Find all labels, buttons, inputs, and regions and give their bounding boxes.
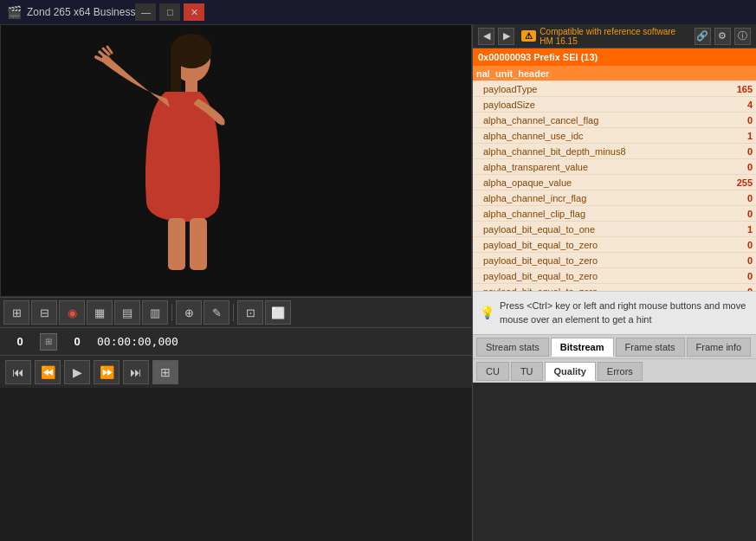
tab-frame-stats[interactable]: Frame stats (616, 338, 685, 357)
svg-rect-3 (185, 80, 197, 93)
tree-row[interactable]: alpha_channel_incr_flag 0 (473, 190, 756, 206)
tree-row[interactable]: payload_bit_equal_to_one 1 (473, 222, 756, 237)
tree-key: nal_unit_header (476, 68, 701, 79)
video-frame (1, 25, 471, 296)
tree-key: payload_bit_equal_to_zero (476, 240, 701, 250)
tree-val: 0 (701, 209, 753, 219)
toolbar-separator-2 (233, 304, 234, 321)
tree-val: 0 (701, 146, 753, 157)
tree-val: 0 (701, 193, 753, 203)
toolbar-btn-4[interactable]: ▦ (87, 300, 113, 325)
tree-row[interactable]: payloadType 165 (473, 81, 756, 97)
counter-bar: 0 ⊞ 0 00:00:00,000 (0, 327, 472, 355)
back-button[interactable]: ◀ (478, 28, 494, 45)
toolbar-btn-8[interactable]: ✎ (204, 300, 229, 325)
info-icon[interactable]: ⓘ (734, 28, 751, 45)
tree-key: alpha_opaque_value (476, 177, 701, 188)
playback-controls: ⏮ ⏪ ▶ ⏩ ⏭ ⊞ (0, 355, 472, 388)
tree-row[interactable]: payload_bit_equal_to_zero 0 (473, 268, 756, 284)
toolbar-btn-5[interactable]: ▤ (114, 300, 140, 325)
tree-key: alpha_channel_use_idc (476, 131, 701, 141)
timecode-display: 00:00:00,000 (97, 335, 178, 348)
tab-frame-info[interactable]: Frame info (687, 338, 752, 357)
tab-quality-label: Quality (554, 366, 586, 377)
tab-frame-stats-label: Frame stats (625, 342, 675, 352)
tree-key: alpha_channel_incr_flag (476, 193, 701, 203)
toolbar-btn-9[interactable]: ⊡ (237, 300, 263, 325)
tab-stream-stats[interactable]: Stream stats (476, 338, 549, 357)
tab-bitstream[interactable]: Bitstream (551, 338, 614, 357)
tree-row[interactable]: alpha_channel_bit_depth_minus8 0 (473, 144, 756, 159)
settings-icon[interactable]: ⚙ (714, 28, 731, 45)
app-title: Zond 265 x64 Business (27, 6, 135, 18)
minimize-button[interactable]: — (135, 3, 156, 21)
tree-row[interactable]: alpha_transparent_value 0 (473, 159, 756, 175)
tree-val: 255 (701, 177, 753, 188)
tree-row[interactable]: alpha_opaque_value 255 (473, 175, 756, 190)
svg-rect-9 (190, 218, 207, 270)
titlebar: 🎬 Zond 265 x64 Business — □ ✕ (0, 0, 756, 24)
tree-row[interactable]: payload_bit_equal_to_zero 0 (473, 253, 756, 268)
tree-row[interactable]: payload_bit_equal_to_zero 0 (473, 284, 756, 291)
tab-quality[interactable]: Quality (545, 362, 596, 381)
tree-key: payloadType (476, 84, 701, 94)
svg-rect-8 (168, 218, 185, 270)
maximize-button[interactable]: □ (159, 3, 180, 21)
tree-key: payload_bit_equal_to_zero (476, 255, 701, 266)
toolbar-btn-10[interactable]: ⬜ (265, 300, 291, 325)
tree-key: alpha_channel_clip_flag (476, 209, 701, 219)
play-button[interactable]: ▶ (64, 360, 90, 384)
tree-val: 0 (701, 115, 753, 126)
tree-row[interactable]: payloadSize 4 (473, 97, 756, 113)
tree-row[interactable]: alpha_channel_cancel_flag 0 (473, 113, 756, 128)
toolbar-btn-6[interactable]: ▥ (142, 300, 168, 325)
app-icon: 🎬 (7, 5, 22, 19)
skip-start-button[interactable]: ⏮ (5, 360, 31, 384)
skip-end-button[interactable]: ⏭ (123, 360, 149, 384)
toolbar-btn-7[interactable]: ⊕ (176, 300, 202, 325)
loop-button[interactable]: ⊞ (152, 360, 178, 384)
frame-icon: ⊞ (40, 333, 57, 351)
tab-tu-label: TU (520, 366, 533, 377)
hint-icon: 💡 (480, 305, 494, 322)
tree-val: 1 (701, 224, 753, 235)
tree-val: 1 (701, 131, 753, 141)
toolbar-separator-1 (171, 304, 172, 321)
tab-cu-label: CU (486, 366, 500, 377)
tree-key: alpha_channel_bit_depth_minus8 (476, 146, 701, 157)
tab-tu[interactable]: TU (511, 362, 543, 381)
close-button[interactable]: ✕ (184, 3, 204, 21)
video-toolbar: ⊞ ⊟ ◉ ▦ ▤ ▥ ⊕ ✎ ⊡ ⬜ (0, 297, 472, 327)
step-back-button[interactable]: ⏪ (35, 360, 61, 384)
svg-rect-2 (171, 47, 181, 99)
tree-key: payloadSize (476, 100, 701, 110)
compatible-label: Compatible with reference software HM 16… (540, 27, 690, 46)
main-layout: ⊞ ⊟ ◉ ▦ ▤ ▥ ⊕ ✎ ⊡ ⬜ 0 ⊞ 0 00:00:00,000 ⏮… (0, 24, 756, 541)
hint-text: Press <Ctrl> key or left and right mouse… (500, 299, 749, 326)
sub-tabs: CU TU Quality Errors (473, 358, 756, 383)
frame-counter-2: 0 (64, 335, 90, 348)
tree-row[interactable]: alpha_channel_use_idc 1 (473, 128, 756, 144)
toolbar-btn-2[interactable]: ⊟ (31, 300, 57, 325)
forward-button[interactable]: ▶ (498, 28, 514, 45)
tree-key: alpha_channel_cancel_flag (476, 115, 701, 126)
link-icon[interactable]: 🔗 (695, 28, 711, 45)
tab-errors[interactable]: Errors (598, 362, 643, 381)
toolbar-btn-1[interactable]: ⊞ (3, 300, 29, 325)
tab-cu[interactable]: CU (476, 362, 509, 381)
toolbar-btn-3[interactable]: ◉ (59, 300, 85, 325)
step-forward-button[interactable]: ⏩ (94, 360, 120, 384)
tree-row[interactable]: nal_unit_header (473, 66, 756, 81)
tree-val: 0 (701, 255, 753, 266)
right-panel: ◀ ▶ ...23e40c1-essentials_buildi ⚠ Compa… (472, 24, 756, 541)
tree-val: 0 (701, 240, 753, 250)
tree-header-text: 0x00000093 Prefix SEI (13) (478, 52, 598, 62)
tree-row[interactable]: alpha_channel_clip_flag 0 (473, 206, 756, 222)
path-bar: ◀ ▶ ...23e40c1-essentials_buildi ⚠ Compa… (473, 24, 756, 48)
tree-row[interactable]: payload_bit_equal_to_zero 0 (473, 237, 756, 253)
tree-rows-container: nal_unit_header payloadType 165 payloadS… (473, 66, 756, 291)
tab-frame-info-label: Frame info (696, 342, 742, 352)
tab-stream-stats-label: Stream stats (486, 342, 540, 352)
hint-bar: 💡 Press <Ctrl> key or left and right mou… (473, 291, 756, 334)
tree-key: payload_bit_equal_to_zero (476, 271, 701, 281)
